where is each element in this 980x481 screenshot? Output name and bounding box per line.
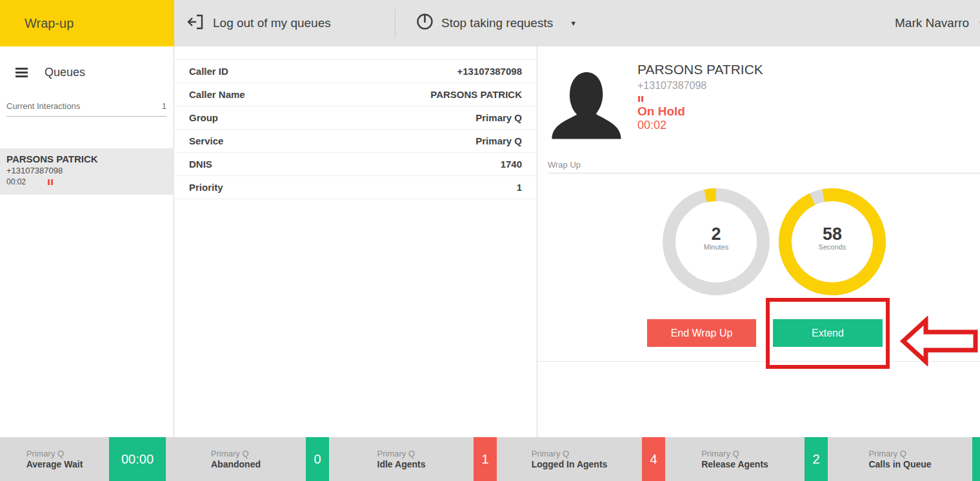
seconds-label: Seconds [778,243,886,251]
stat-metric: Release Agents [701,459,768,469]
caller-phone: +13107387098 [637,80,706,92]
stat-value-badge [972,437,980,481]
interaction-caller-name: PARSONS PATRICK [6,153,174,164]
stat-calls-in-queue: Primary Q Calls in Queue [828,437,980,481]
hamburger-menu-icon[interactable] [15,68,28,77]
row-label: Group [189,112,218,123]
stat-metric: Average Wait [26,459,83,469]
stat-value-badge: 1 [474,437,497,481]
interaction-list-item[interactable]: PARSONS PATRICK +13107387098 00:02 [0,148,174,195]
minutes-value: 2 [662,225,770,243]
queue-stats-bar: Primary Q Average Wait 00:00 Primary Q A… [0,437,980,481]
hold-status: On Hold [637,104,685,119]
row-label: Priority [189,182,223,193]
interaction-caller-phone: +13107387098 [6,166,174,175]
status-tab-wrapup[interactable]: Wrap-up [0,0,174,46]
stat-value-badge: 2 [805,437,828,481]
queues-title: Queues [45,66,85,79]
logout-icon [186,13,205,34]
stat-abandoned: Primary Q Abandoned 0 [166,437,329,481]
stat-queue-name: Primary Q [532,449,608,458]
table-row: Group Primary Q [175,106,537,130]
row-value: PARSONS PATRICK [430,89,522,100]
call-details-table: Caller ID +13107387098 Caller Name PARSO… [175,59,537,199]
table-row: Caller Name PARSONS PATRICK [175,83,537,106]
table-row: Caller ID +13107387098 [175,60,537,83]
current-interactions-label: Current Interactions [6,101,80,111]
stat-queue-name: Primary Q [701,449,768,458]
end-wrapup-button[interactable]: End Wrap Up [647,319,756,347]
caller-name: PARSONS PATRICK [637,62,763,77]
call-details-panel: Caller ID +13107387098 Caller Name PARSO… [175,46,537,437]
row-value: Primary Q [475,112,522,123]
stat-queue-name: Primary Q [26,449,83,458]
row-value: 1 [517,182,522,193]
row-value: 1740 [501,159,522,170]
stop-requests-button[interactable]: Stop taking requests ▼ [416,0,577,46]
stat-metric: Calls in Queue [868,459,931,469]
stat-metric: Logged In Agents [532,459,608,469]
stat-average-wait: Primary Q Average Wait 00:00 [0,437,166,481]
caller-panel: PARSONS PATRICK +13107387098 On Hold 00:… [538,46,980,437]
stat-metric: Abandoned [211,459,261,469]
stop-requests-label: Stop taking requests [441,16,553,30]
hold-pause-icon [638,96,643,102]
current-interactions-count: 1 [162,101,166,111]
wrapup-section-divider [548,173,980,173]
user-name: Mark Navarro [895,16,969,30]
extend-button[interactable]: Extend [773,319,883,347]
table-row: DNIS 1740 [175,153,537,176]
interaction-timer: 00:02 [6,177,26,186]
toolbar-divider [395,9,395,37]
current-interactions-row: Current Interactions 1 [6,101,166,117]
stat-release-agents: Primary Q Release Agents 2 [665,437,828,481]
chevron-down-icon: ▼ [570,19,577,27]
wrapup-section-label: Wrap Up [548,160,581,170]
panel-divider [538,361,980,362]
seconds-donut-gauge: 58 Seconds [778,188,886,296]
stat-metric: Idle Agents [377,459,426,469]
queues-header: Queues [0,61,174,84]
stat-queue-name: Primary Q [377,449,426,458]
queues-sidebar: Queues Current Interactions 1 PARSONS PA… [0,46,174,437]
logout-label: Log out of my queues [213,16,331,30]
power-icon [416,13,434,34]
table-row: Service Primary Q [175,130,537,153]
stat-value-badge: 00:00 [109,437,166,481]
table-row: Priority 1 [175,176,537,199]
minutes-donut-gauge: 2 Minutes [662,188,770,296]
row-label: Caller Name [189,89,245,100]
stat-logged-in-agents: Primary Q Logged In Agents 4 [497,437,665,481]
row-label: Caller ID [189,66,228,77]
hold-timer: 00:02 [637,119,666,132]
stat-value-badge: 4 [642,437,665,481]
stat-queue-name: Primary Q [868,449,931,458]
seconds-value: 58 [778,225,886,243]
row-label: DNIS [189,159,212,170]
row-label: Service [189,135,223,146]
avatar [547,67,626,142]
logout-queues-button[interactable]: Log out of my queues [186,0,331,46]
minutes-label: Minutes [662,243,770,251]
row-value: +13107387098 [457,66,522,77]
row-value: Primary Q [475,135,522,146]
top-toolbar: Wrap-up Log out of my queues Stop taking… [0,0,980,46]
user-menu[interactable]: Mark Navarro ▼ [895,0,980,46]
stat-idle-agents: Primary Q Idle Agents 1 [329,437,497,481]
stat-value-badge: 0 [306,437,329,481]
stat-queue-name: Primary Q [211,449,261,458]
hold-pause-icon [48,179,53,185]
